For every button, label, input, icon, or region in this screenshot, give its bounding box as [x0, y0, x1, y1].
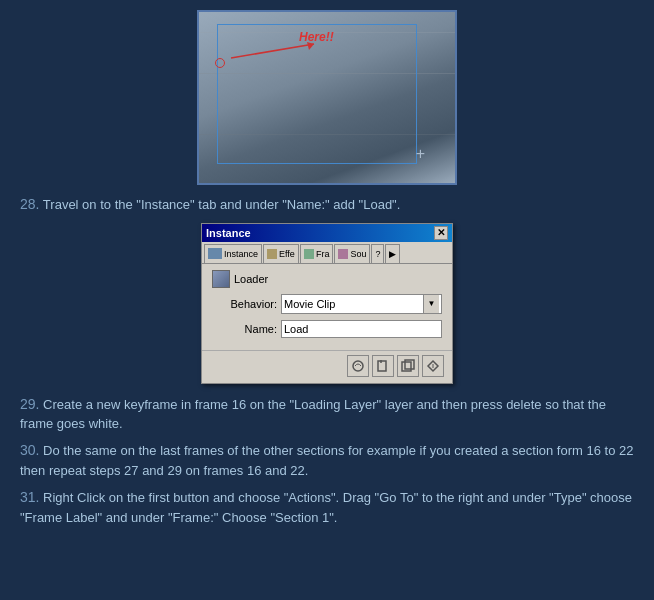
svg-rect-3 — [378, 361, 386, 371]
tab-help[interactable]: ? — [371, 244, 384, 263]
here-label: Here!! — [299, 30, 334, 44]
plus-cursor: + — [416, 145, 425, 163]
tab-frame[interactable]: Fra — [300, 244, 334, 263]
name-label: Name: — [212, 323, 277, 335]
tab-next-icon: ▶ — [389, 249, 396, 259]
step-30-text: Do the same on the last frames of the ot… — [20, 443, 633, 478]
footer-btn-2[interactable] — [372, 355, 394, 377]
tab-sound-label: Sou — [350, 249, 366, 259]
tab-sound[interactable]: Sou — [334, 244, 370, 263]
loader-icon — [212, 270, 230, 288]
step-30-num: 30. — [20, 442, 39, 458]
tab-help-label: ? — [375, 249, 380, 259]
tab-effects-label: Effe — [279, 249, 295, 259]
step-31-num: 31. — [20, 489, 39, 505]
behavior-select-arrow[interactable]: ▼ — [423, 295, 439, 313]
dialog-tabs: Instance Effe Fra Sou ? ▶ — [202, 242, 452, 264]
tab-instance[interactable]: Instance — [204, 244, 262, 264]
main-container: Here!! + 28. Travel on to the "Instance"… — [0, 0, 654, 600]
step-29-block: 29. Create a new keyframe in frame 16 on… — [20, 394, 634, 435]
tab-arrow[interactable]: ▶ — [385, 244, 400, 263]
footer-btn-4[interactable] — [422, 355, 444, 377]
dialog-wrapper: Instance ✕ Instance Effe Fra — [20, 223, 634, 384]
behavior-select-value: Movie Clip — [284, 298, 335, 310]
tab-effects[interactable]: Effe — [263, 244, 299, 263]
instance-dialog: Instance ✕ Instance Effe Fra — [201, 223, 453, 384]
dialog-close-button[interactable]: ✕ — [434, 226, 448, 240]
name-row: Name: Load — [212, 320, 442, 338]
effects-tab-icon — [267, 249, 277, 259]
dialog-body: Loader Behavior: Movie Clip ▼ Name: Load — [202, 264, 452, 350]
behavior-select[interactable]: Movie Clip ▼ — [281, 294, 442, 314]
dialog-titlebar: Instance ✕ — [202, 224, 452, 242]
loader-row: Loader — [212, 270, 442, 288]
step-31-text: Right Click on the first button and choo… — [20, 490, 632, 525]
tab-instance-label: Instance — [224, 249, 258, 259]
step-30-block: 30. Do the same on the last frames of th… — [20, 440, 634, 481]
dialog-footer — [202, 350, 452, 383]
sound-tab-icon — [338, 249, 348, 259]
step-28-text: 28. Travel on to the "Instance" tab and … — [20, 195, 634, 215]
svg-point-2 — [353, 361, 363, 371]
footer-btn-3[interactable] — [397, 355, 419, 377]
svg-line-0 — [231, 44, 314, 58]
step-29-num: 29. — [20, 396, 39, 412]
frame-tab-icon — [304, 249, 314, 259]
loader-label: Loader — [234, 273, 268, 285]
behavior-label: Behavior: — [212, 298, 277, 310]
tab-frame-label: Fra — [316, 249, 330, 259]
behavior-row: Behavior: Movie Clip ▼ — [212, 294, 442, 314]
dialog-title: Instance — [206, 227, 251, 239]
step-29-text: Create a new keyframe in frame 16 on the… — [20, 397, 606, 432]
name-input-value: Load — [284, 323, 308, 335]
step-31-block: 31. Right Click on the first button and … — [20, 487, 634, 528]
name-input[interactable]: Load — [281, 320, 442, 338]
instance-tab-icon — [208, 248, 222, 259]
screenshot-image: Here!! + — [197, 10, 457, 185]
footer-btn-1[interactable] — [347, 355, 369, 377]
